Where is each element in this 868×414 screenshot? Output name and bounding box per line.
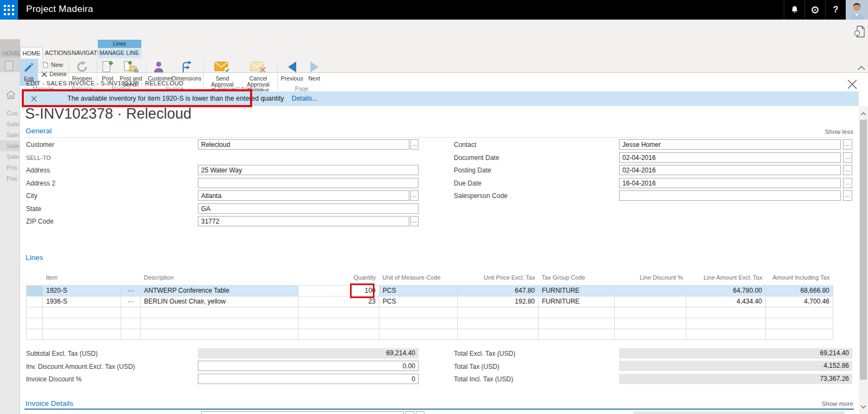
tab-manage[interactable]: MANAGE — [99, 48, 125, 58]
details-link[interactable]: Details... — [292, 95, 318, 102]
customer-field[interactable] — [198, 139, 409, 150]
notification-dismiss-icon[interactable] — [31, 96, 37, 102]
scroll-down-icon[interactable] — [860, 404, 866, 410]
vertical-scrollbar[interactable] — [859, 107, 868, 414]
row-selector[interactable] — [27, 296, 43, 307]
tab-home[interactable]: HOME — [20, 47, 43, 58]
zip-lookup-button[interactable]: ... — [410, 216, 419, 226]
tab-actions[interactable]: ACTIONS — [45, 48, 72, 58]
tab-line[interactable]: LINE — [125, 48, 140, 58]
contact-field[interactable] — [619, 139, 841, 150]
customer-button[interactable]: Customer — [148, 59, 170, 82]
address2-field[interactable] — [198, 178, 419, 188]
line-row-1[interactable]: 1920-S ··· ANTWERP Conference Table 100 … — [27, 285, 833, 296]
cell-line-discount[interactable] — [615, 296, 686, 307]
sidebar-item-posted-2[interactable]: Pos — [7, 175, 20, 182]
cell-line-discount[interactable] — [615, 285, 686, 296]
sidebar-item-sales-4[interactable]: Sale — [7, 153, 20, 160]
cell-quantity[interactable]: 100 — [298, 285, 379, 296]
cell-uom[interactable]: PCS — [379, 285, 458, 296]
inv-discount-field[interactable] — [198, 361, 419, 371]
cell-description[interactable]: ANTWERP Conference Table — [141, 285, 298, 296]
cell-line-amount[interactable]: 64,780.00 — [686, 285, 766, 296]
line-row-empty[interactable] — [27, 318, 833, 329]
feedback-lightbulb-icon[interactable] — [853, 25, 865, 38]
line-row-empty[interactable] — [27, 329, 833, 339]
show-more-link[interactable]: Show more — [799, 400, 853, 407]
col-description[interactable]: Description — [141, 270, 298, 285]
delete-button[interactable]: Delete — [41, 71, 67, 77]
col-uom[interactable]: Unit of Measure Code — [379, 270, 458, 285]
row-selector[interactable] — [27, 285, 43, 296]
address-field[interactable] — [198, 165, 419, 175]
section-lines[interactable]: Lines — [26, 254, 43, 262]
row-options-ellipsis-button[interactable]: ··· — [121, 285, 141, 296]
settings-gear-icon[interactable]: ⚙ — [804, 0, 825, 20]
col-tax-group[interactable]: Tax Group Code — [539, 270, 615, 285]
new-button[interactable]: New — [41, 61, 63, 69]
invoice-discount-pct-field[interactable] — [198, 374, 419, 384]
cell-unit-price[interactable]: 192.80 — [458, 296, 539, 307]
row-options-ellipsis-button[interactable]: ··· — [121, 296, 141, 307]
invoice-details-field-partial[interactable] — [201, 411, 404, 414]
cell-unit-price[interactable]: 647.80 — [458, 285, 539, 296]
user-avatar[interactable] — [846, 0, 868, 20]
col-line-discount[interactable]: Line Discount % — [615, 270, 686, 285]
posting-date-field[interactable] — [619, 165, 841, 175]
cell-uom[interactable]: PCS — [379, 296, 458, 307]
sidebar-item-sales-3[interactable]: Sale — [7, 143, 20, 149]
salesperson-lookup-button[interactable]: ... — [843, 190, 852, 201]
posting-date-lookup-button[interactable]: ... — [843, 165, 852, 175]
cell-tax-group[interactable]: FURNITURE — [539, 296, 615, 307]
cell-amount-incl[interactable]: 4,700.46 — [766, 296, 833, 307]
col-line-amount[interactable]: Line Amount Excl. Tax — [686, 270, 766, 285]
scrollbar-thumb[interactable] — [860, 120, 867, 380]
cell-quantity[interactable]: 23 — [298, 296, 379, 307]
col-amount-incl[interactable]: Amount Including Tax — [766, 270, 833, 285]
due-date-lookup-button[interactable]: ... — [843, 178, 852, 188]
sidebar-item-posted-1[interactable]: Pos — [7, 164, 20, 171]
customer-lookup-button[interactable]: ... — [410, 139, 419, 150]
contextual-tab-group-lines[interactable]: Lines — [98, 40, 141, 48]
notifications-bell-icon[interactable] — [784, 0, 804, 20]
cell-description[interactable]: BERLIN Guest Chair, yellow — [141, 296, 298, 307]
reopen-button[interactable]: Reopen — [71, 59, 93, 82]
show-less-link[interactable]: Show less — [799, 128, 853, 135]
scroll-up-icon[interactable] — [860, 111, 866, 117]
dimensions-button[interactable]: Dimensions — [172, 59, 201, 82]
sidebar-item-sales-2[interactable]: Sale — [7, 132, 20, 138]
line-row-empty[interactable] — [27, 307, 833, 318]
next-button[interactable]: Next — [305, 59, 323, 82]
state-field[interactable] — [198, 203, 419, 214]
home-icon[interactable] — [6, 90, 16, 99]
post-button[interactable]: Post — [99, 59, 116, 82]
help-icon[interactable]: ? — [825, 0, 846, 20]
col-item[interactable]: Item — [43, 270, 121, 285]
section-general[interactable]: General — [26, 127, 52, 135]
cell-item[interactable]: 1920-S — [43, 285, 121, 296]
document-date-field[interactable] — [619, 152, 841, 163]
cell-tax-group[interactable]: FURNITURE — [539, 285, 615, 296]
salesperson-code-field[interactable] — [619, 190, 841, 201]
city-lookup-button[interactable]: ... — [410, 190, 419, 201]
sidebar-item-customers[interactable]: Cus — [7, 110, 20, 116]
document-date-lookup-button[interactable]: ... — [843, 152, 852, 163]
sidebar-item-sales-1[interactable]: Sale — [7, 121, 20, 127]
collapse-ribbon-chevron-icon[interactable] — [858, 65, 865, 70]
app-launcher-icon[interactable] — [0, 0, 18, 20]
close-icon[interactable] — [847, 79, 859, 91]
col-unit-price[interactable]: Unit Price Excl. Tax — [458, 270, 539, 285]
contact-lookup-button[interactable]: ... — [843, 139, 852, 150]
cell-line-amount[interactable]: 4,434.40 — [686, 296, 766, 307]
line-row-2[interactable]: 1936-S ··· BERLIN Guest Chair, yellow 23… — [27, 296, 833, 307]
city-field[interactable] — [198, 190, 409, 201]
section-invoice-details[interactable]: Invoice Details — [26, 399, 73, 407]
zip-field[interactable] — [198, 216, 409, 226]
col-quantity[interactable]: Quantity — [298, 270, 379, 285]
invoice-details-button-2[interactable] — [416, 411, 424, 414]
cell-amount-incl[interactable]: 68,666.80 — [766, 285, 833, 296]
invoice-details-button-1[interactable] — [405, 411, 414, 414]
cell-item[interactable]: 1936-S — [43, 296, 121, 307]
previous-button[interactable]: Previous — [280, 59, 303, 82]
due-date-field[interactable] — [619, 178, 841, 188]
